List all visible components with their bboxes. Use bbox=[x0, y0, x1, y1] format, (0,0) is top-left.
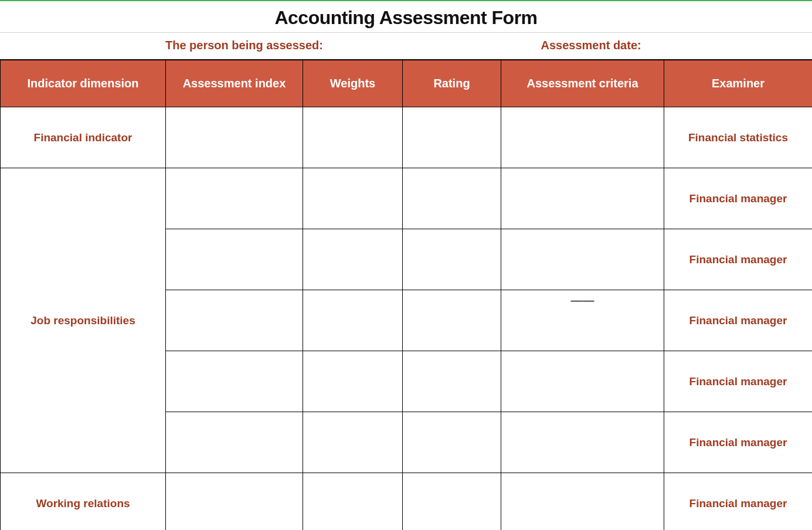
cell-index bbox=[166, 351, 303, 412]
cell-rating bbox=[403, 473, 501, 531]
cell-weights bbox=[303, 229, 403, 290]
table-header-row: Indicator dimension Assessment index Wei… bbox=[1, 60, 813, 107]
cell-dimension: Job responsibilities bbox=[1, 168, 166, 473]
cell-weights bbox=[303, 107, 403, 168]
cell-examiner: Financial manager bbox=[664, 412, 813, 473]
page-title: Accounting Assessment Form bbox=[0, 7, 812, 29]
cell-examiner: Financial manager bbox=[664, 290, 813, 351]
cell-criteria bbox=[501, 351, 664, 412]
cell-examiner: Financial statistics bbox=[664, 107, 813, 168]
cell-weights bbox=[303, 351, 403, 412]
cell-criteria: —— bbox=[501, 290, 664, 351]
cell-rating bbox=[403, 290, 501, 351]
col-rating: Rating bbox=[403, 60, 501, 107]
col-index: Assessment index bbox=[166, 60, 303, 107]
table-row: Financial indicator Financial statistics bbox=[1, 107, 813, 168]
table-row: Working relations Financial manager bbox=[1, 473, 813, 531]
cell-weights bbox=[303, 412, 403, 473]
cell-weights bbox=[303, 290, 403, 351]
cell-rating bbox=[403, 351, 501, 412]
cell-dimension: Financial indicator bbox=[1, 107, 166, 168]
cell-criteria bbox=[501, 107, 664, 168]
cell-index bbox=[166, 412, 303, 473]
table-row: Job responsibilities Financial manager bbox=[1, 168, 813, 229]
col-weights: Weights bbox=[303, 60, 403, 107]
assessment-date-label: Assessment date: bbox=[406, 39, 813, 52]
cell-examiner: Financial manager bbox=[664, 229, 813, 290]
cell-examiner: Financial manager bbox=[664, 351, 813, 412]
cell-criteria bbox=[501, 473, 664, 531]
col-criteria: Assessment criteria bbox=[501, 60, 664, 107]
assessment-table: Indicator dimension Assessment index Wei… bbox=[0, 59, 812, 530]
cell-index bbox=[166, 290, 303, 351]
col-dimension: Indicator dimension bbox=[1, 60, 166, 107]
cell-rating bbox=[403, 107, 501, 168]
cell-criteria bbox=[501, 412, 664, 473]
cell-index bbox=[166, 168, 303, 229]
cell-dimension: Working relations bbox=[1, 473, 166, 531]
cell-criteria bbox=[501, 229, 664, 290]
cell-examiner: Financial manager bbox=[664, 473, 813, 531]
title-bar: Accounting Assessment Form bbox=[0, 0, 812, 32]
cell-weights bbox=[303, 473, 403, 531]
assessee-label: The person being assessed: bbox=[0, 39, 406, 52]
cell-index bbox=[166, 107, 303, 168]
cell-rating bbox=[403, 412, 501, 473]
cell-rating bbox=[403, 229, 501, 290]
cell-weights bbox=[303, 168, 403, 229]
cell-examiner: Financial manager bbox=[664, 168, 813, 229]
cell-criteria bbox=[501, 168, 664, 229]
cell-rating bbox=[403, 168, 501, 229]
subhead-row: The person being assessed: Assessment da… bbox=[0, 32, 812, 59]
col-examiner: Examiner bbox=[664, 60, 813, 107]
cell-index bbox=[166, 473, 303, 531]
cell-index bbox=[166, 229, 303, 290]
